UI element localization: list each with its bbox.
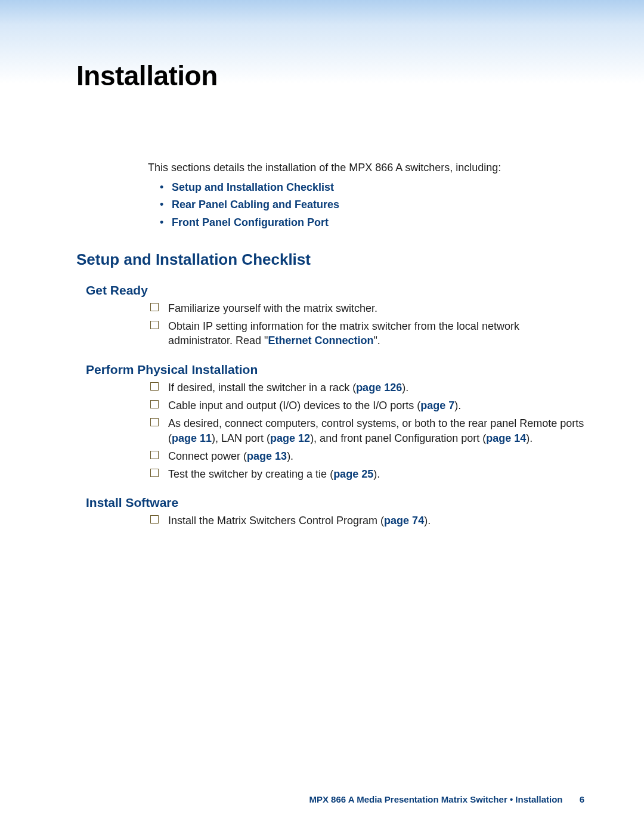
check-item: Familiarize yourself with the matrix swi…	[150, 301, 584, 315]
page-link[interactable]: page 126	[356, 382, 402, 394]
check-text: ).	[454, 400, 461, 411]
check-text: ), and front panel Configuration port (	[310, 432, 486, 444]
toc-link-front-panel[interactable]: Front Panel Configuration Port	[172, 216, 329, 228]
check-text: If desired, install the switcher in a ra…	[168, 382, 356, 394]
page-link[interactable]: page 12	[270, 432, 310, 444]
check-item: As desired, connect computers, control s…	[150, 416, 584, 445]
check-text: Connect power (	[168, 450, 247, 462]
checkbox-icon[interactable]	[150, 321, 159, 329]
checkbox-icon[interactable]	[150, 515, 159, 524]
checkbox-icon[interactable]	[150, 451, 159, 459]
checkbox-icon[interactable]	[150, 418, 159, 426]
check-item: Connect power (page 13).	[150, 449, 584, 463]
page-link[interactable]: page 74	[384, 515, 424, 527]
page-link[interactable]: page 7	[420, 400, 454, 411]
intro-paragraph: This sections details the installation o…	[148, 160, 584, 175]
check-text: ".	[373, 335, 380, 346]
page-footer: MPX 866 A Media Presentation Matrix Swit…	[309, 794, 584, 804]
section-heading-checklist: Setup and Installation Checklist	[76, 250, 584, 269]
page-link[interactable]: page 14	[486, 432, 526, 444]
check-text: Test the switcher by creating a tie (	[168, 468, 333, 480]
check-text: ).	[402, 382, 408, 394]
check-text: ).	[526, 432, 532, 444]
page-number: 6	[580, 794, 584, 804]
checkbox-icon[interactable]	[150, 469, 159, 477]
link-ethernet[interactable]: Ethernet Connection	[268, 335, 373, 346]
checkbox-icon[interactable]	[150, 382, 159, 391]
check-text: ).	[287, 450, 293, 462]
check-item: Test the switcher by creating a tie (pag…	[150, 467, 584, 481]
check-item: If desired, install the switcher in a ra…	[150, 380, 584, 395]
checkbox-icon[interactable]	[150, 400, 159, 408]
check-item: Install the Matrix Switchers Control Pro…	[150, 513, 584, 528]
subsection-physical-install: Perform Physical Installation	[86, 363, 584, 377]
subsection-get-ready: Get Ready	[86, 283, 584, 298]
check-item: Obtain IP setting information for the ma…	[150, 319, 584, 348]
check-text: ), LAN port (	[212, 432, 270, 444]
check-text: Cable input and output (I/O) devices to …	[168, 400, 420, 411]
subsection-install-software: Install Software	[86, 496, 584, 510]
toc-link-rear-panel[interactable]: Rear Panel Cabling and Features	[172, 199, 339, 210]
check-text: Install the Matrix Switchers Control Pro…	[168, 515, 384, 527]
check-text: ).	[373, 468, 380, 480]
page-title: Installation	[76, 60, 584, 92]
check-item: Cable input and output (I/O) devices to …	[150, 398, 584, 413]
page-link[interactable]: page 25	[333, 468, 373, 480]
page-link[interactable]: page 11	[172, 432, 212, 444]
check-text: ).	[424, 515, 431, 527]
page-link[interactable]: page 13	[247, 450, 287, 462]
footer-text: MPX 866 A Media Presentation Matrix Swit…	[309, 794, 562, 804]
toc-link-setup[interactable]: Setup and Installation Checklist	[172, 181, 334, 193]
check-text: Familiarize yourself with the matrix swi…	[168, 302, 377, 314]
checkbox-icon[interactable]	[150, 303, 159, 311]
